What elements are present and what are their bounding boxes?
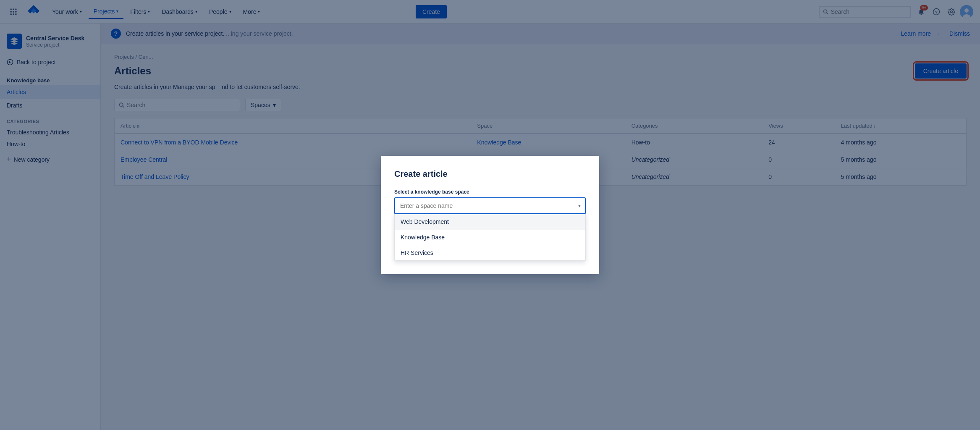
- modal-select-wrapper: ▾: [394, 197, 586, 214]
- modal-overlay[interactable]: Create article Select a knowledge base s…: [0, 0, 980, 430]
- space-option-hr-services[interactable]: HR Services: [395, 245, 585, 260]
- space-name-input[interactable]: [394, 197, 586, 214]
- modal-select-label: Select a knowledge base space: [394, 189, 586, 195]
- create-article-modal: Create article Select a knowledge base s…: [381, 156, 599, 274]
- space-option-knowledge-base[interactable]: Knowledge Base: [395, 230, 585, 245]
- space-option-web-development[interactable]: Web Development: [395, 214, 585, 230]
- modal-title: Create article: [394, 169, 586, 179]
- space-dropdown: Web Development Knowledge Base HR Servic…: [394, 214, 586, 261]
